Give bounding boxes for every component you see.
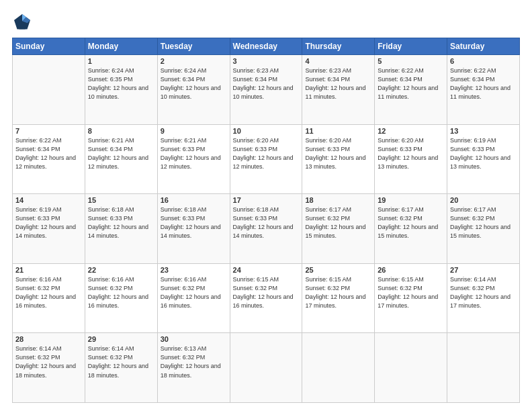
day-number: 15 xyxy=(88,196,154,204)
day-number: 12 xyxy=(378,127,444,135)
day-header-friday: Friday xyxy=(375,38,447,55)
week-row-3: 14Sunrise: 6:19 AMSunset: 6:33 PMDayligh… xyxy=(13,194,520,264)
calendar-cell: 21Sunrise: 6:16 AMSunset: 6:32 PMDayligh… xyxy=(13,263,85,333)
calendar-cell: 26Sunrise: 6:15 AMSunset: 6:32 PMDayligh… xyxy=(375,263,447,333)
day-info: Sunrise: 6:21 AMSunset: 6:34 PMDaylight:… xyxy=(88,136,154,171)
day-number: 5 xyxy=(378,57,444,65)
calendar-cell xyxy=(375,333,447,403)
day-number: 28 xyxy=(15,335,82,343)
day-info: Sunrise: 6:17 AMSunset: 6:32 PMDaylight:… xyxy=(378,205,444,240)
calendar-cell: 9Sunrise: 6:21 AMSunset: 6:33 PMDaylight… xyxy=(157,124,230,194)
calendar-cell: 1Sunrise: 6:24 AMSunset: 6:35 PMDaylight… xyxy=(85,55,157,125)
day-header-thursday: Thursday xyxy=(302,38,375,55)
day-number: 26 xyxy=(378,266,444,274)
day-number: 17 xyxy=(233,196,300,204)
day-info: Sunrise: 6:20 AMSunset: 6:33 PMDaylight:… xyxy=(233,136,300,171)
day-info: Sunrise: 6:24 AMSunset: 6:34 PMDaylight:… xyxy=(161,66,227,101)
day-info: Sunrise: 6:22 AMSunset: 6:34 PMDaylight:… xyxy=(15,136,82,171)
day-number: 14 xyxy=(15,196,82,204)
day-info: Sunrise: 6:19 AMSunset: 6:33 PMDaylight:… xyxy=(450,136,517,171)
calendar-cell: 6Sunrise: 6:22 AMSunset: 6:34 PMDaylight… xyxy=(447,55,520,125)
day-info: Sunrise: 6:22 AMSunset: 6:34 PMDaylight:… xyxy=(378,66,444,101)
week-row-5: 28Sunrise: 6:14 AMSunset: 6:32 PMDayligh… xyxy=(13,333,520,403)
page: SundayMondayTuesdayWednesdayThursdayFrid… xyxy=(0,0,532,411)
week-row-1: 1Sunrise: 6:24 AMSunset: 6:35 PMDaylight… xyxy=(13,55,520,125)
calendar-cell: 19Sunrise: 6:17 AMSunset: 6:32 PMDayligh… xyxy=(375,194,447,264)
day-info: Sunrise: 6:23 AMSunset: 6:34 PMDaylight:… xyxy=(233,66,300,101)
calendar-cell: 14Sunrise: 6:19 AMSunset: 6:33 PMDayligh… xyxy=(13,194,85,264)
calendar-cell: 17Sunrise: 6:18 AMSunset: 6:33 PMDayligh… xyxy=(230,194,302,264)
calendar-cell: 28Sunrise: 6:14 AMSunset: 6:32 PMDayligh… xyxy=(13,333,85,403)
day-number: 18 xyxy=(305,196,371,204)
day-number: 7 xyxy=(15,127,82,135)
calendar-cell: 4Sunrise: 6:23 AMSunset: 6:34 PMDaylight… xyxy=(302,55,375,125)
calendar-cell: 27Sunrise: 6:14 AMSunset: 6:32 PMDayligh… xyxy=(447,263,520,333)
week-row-2: 7Sunrise: 6:22 AMSunset: 6:34 PMDaylight… xyxy=(13,124,520,194)
calendar-cell: 25Sunrise: 6:15 AMSunset: 6:32 PMDayligh… xyxy=(302,263,375,333)
calendar-cell: 15Sunrise: 6:18 AMSunset: 6:33 PMDayligh… xyxy=(85,194,157,264)
day-number: 2 xyxy=(161,57,227,65)
day-info: Sunrise: 6:14 AMSunset: 6:32 PMDaylight:… xyxy=(450,275,517,310)
calendar-cell: 23Sunrise: 6:16 AMSunset: 6:32 PMDayligh… xyxy=(157,263,230,333)
calendar-cell: 24Sunrise: 6:15 AMSunset: 6:32 PMDayligh… xyxy=(230,263,302,333)
calendar-cell: 13Sunrise: 6:19 AMSunset: 6:33 PMDayligh… xyxy=(447,124,520,194)
day-header-sunday: Sunday xyxy=(13,38,85,55)
calendar-cell: 20Sunrise: 6:17 AMSunset: 6:32 PMDayligh… xyxy=(447,194,520,264)
day-info: Sunrise: 6:14 AMSunset: 6:32 PMDaylight:… xyxy=(88,345,154,379)
calendar-cell xyxy=(13,55,85,125)
day-number: 1 xyxy=(88,57,154,65)
day-number: 29 xyxy=(88,335,154,343)
header xyxy=(12,12,520,32)
calendar-cell xyxy=(447,333,520,403)
day-number: 8 xyxy=(88,127,154,135)
day-info: Sunrise: 6:17 AMSunset: 6:32 PMDaylight:… xyxy=(305,205,371,240)
calendar-cell: 8Sunrise: 6:21 AMSunset: 6:34 PMDaylight… xyxy=(85,124,157,194)
day-number: 3 xyxy=(233,57,300,65)
calendar-cell: 16Sunrise: 6:18 AMSunset: 6:33 PMDayligh… xyxy=(157,194,230,264)
calendar-cell xyxy=(302,333,375,403)
calendar-cell: 29Sunrise: 6:14 AMSunset: 6:32 PMDayligh… xyxy=(85,333,157,403)
day-info: Sunrise: 6:22 AMSunset: 6:34 PMDaylight:… xyxy=(450,66,517,101)
calendar-cell: 5Sunrise: 6:22 AMSunset: 6:34 PMDaylight… xyxy=(375,55,447,125)
day-number: 21 xyxy=(15,266,82,274)
day-number: 9 xyxy=(161,127,227,135)
day-header-wednesday: Wednesday xyxy=(230,38,302,55)
calendar-cell: 3Sunrise: 6:23 AMSunset: 6:34 PMDaylight… xyxy=(230,55,302,125)
day-number: 30 xyxy=(161,335,227,343)
day-info: Sunrise: 6:16 AMSunset: 6:32 PMDaylight:… xyxy=(15,275,82,310)
day-info: Sunrise: 6:20 AMSunset: 6:33 PMDaylight:… xyxy=(378,136,444,171)
calendar-cell: 12Sunrise: 6:20 AMSunset: 6:33 PMDayligh… xyxy=(375,124,447,194)
calendar-cell: 2Sunrise: 6:24 AMSunset: 6:34 PMDaylight… xyxy=(157,55,230,125)
day-info: Sunrise: 6:14 AMSunset: 6:32 PMDaylight:… xyxy=(15,345,82,379)
day-info: Sunrise: 6:24 AMSunset: 6:35 PMDaylight:… xyxy=(88,66,154,101)
day-info: Sunrise: 6:17 AMSunset: 6:32 PMDaylight:… xyxy=(450,205,517,240)
day-info: Sunrise: 6:21 AMSunset: 6:33 PMDaylight:… xyxy=(161,136,227,171)
week-row-4: 21Sunrise: 6:16 AMSunset: 6:32 PMDayligh… xyxy=(13,263,520,333)
day-number: 16 xyxy=(161,196,227,204)
logo xyxy=(12,12,35,32)
calendar-cell: 11Sunrise: 6:20 AMSunset: 6:33 PMDayligh… xyxy=(302,124,375,194)
day-number: 23 xyxy=(161,266,227,274)
calendar-cell: 18Sunrise: 6:17 AMSunset: 6:32 PMDayligh… xyxy=(302,194,375,264)
day-number: 4 xyxy=(305,57,371,65)
logo-icon xyxy=(12,12,32,32)
day-header-monday: Monday xyxy=(85,38,157,55)
calendar-table: SundayMondayTuesdayWednesdayThursdayFrid… xyxy=(12,38,520,403)
day-number: 6 xyxy=(450,57,517,65)
day-info: Sunrise: 6:16 AMSunset: 6:32 PMDaylight:… xyxy=(88,275,154,310)
day-number: 24 xyxy=(233,266,300,274)
day-info: Sunrise: 6:20 AMSunset: 6:33 PMDaylight:… xyxy=(305,136,371,171)
day-number: 13 xyxy=(450,127,517,135)
day-info: Sunrise: 6:23 AMSunset: 6:34 PMDaylight:… xyxy=(305,66,371,101)
calendar-cell xyxy=(230,333,302,403)
day-info: Sunrise: 6:13 AMSunset: 6:32 PMDaylight:… xyxy=(161,345,227,379)
day-info: Sunrise: 6:18 AMSunset: 6:33 PMDaylight:… xyxy=(88,205,154,240)
day-info: Sunrise: 6:19 AMSunset: 6:33 PMDaylight:… xyxy=(15,205,82,240)
header-row: SundayMondayTuesdayWednesdayThursdayFrid… xyxy=(13,38,520,55)
calendar-cell: 7Sunrise: 6:22 AMSunset: 6:34 PMDaylight… xyxy=(13,124,85,194)
day-header-tuesday: Tuesday xyxy=(157,38,230,55)
calendar-cell: 10Sunrise: 6:20 AMSunset: 6:33 PMDayligh… xyxy=(230,124,302,194)
day-number: 27 xyxy=(450,266,517,274)
day-info: Sunrise: 6:18 AMSunset: 6:33 PMDaylight:… xyxy=(233,205,300,240)
day-info: Sunrise: 6:18 AMSunset: 6:33 PMDaylight:… xyxy=(161,205,227,240)
